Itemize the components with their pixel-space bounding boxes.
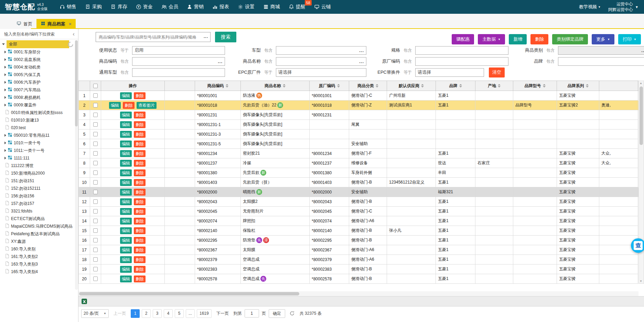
row-checkbox[interactable] <box>93 238 98 242</box>
table-vertical-scrollbar[interactable]: ▲ ▼ <box>638 81 644 284</box>
sidebar-item[interactable]: 0006:汽车养护 <box>0 79 78 86</box>
ellipsis-button[interactable]: ... <box>641 48 644 53</box>
table-row[interactable]: 11编辑删除*80002000晴雨挡新*80002000安全辅助福斯321五菱宝… <box>78 187 638 197</box>
sidebar-item[interactable]: 0002:底盘系统 <box>0 56 78 63</box>
nav-item-资金[interactable]: ¥资金 <box>136 4 153 10</box>
column-header-check[interactable] <box>90 81 101 91</box>
page-button-1619[interactable]: 1619 <box>197 309 212 318</box>
table-row[interactable]: 18编辑删除*80002379空调总成*80002379侧滑动门-A6五菱1五菱… <box>78 255 638 264</box>
table-row[interactable]: 12编辑删除*80002043太阳膜2*80002043侧滑动门-B五菱1五菱宝… <box>78 197 638 207</box>
next-page-button[interactable]: 下一页 <box>216 311 229 316</box>
sort-icon[interactable] <box>337 84 340 87</box>
quick-search-float-button[interactable]: 查 <box>631 238 644 253</box>
product-search-input[interactable] <box>96 32 211 42</box>
table-row[interactable]: 10编辑删除*80001403先款后货（技）*80001403侧滑动门-B123… <box>78 178 638 187</box>
column-header-品牌[interactable]: 品牌 <box>436 81 475 91</box>
sidebar-item[interactable]: 151:勿动151 <box>0 177 78 185</box>
nav-item-销售[interactable]: 销售 <box>60 4 76 10</box>
caret-right-icon[interactable] <box>4 73 6 76</box>
toolbar-button-打印[interactable]: 打印▼ <box>618 34 641 44</box>
edit-button[interactable]: 编辑 <box>120 141 132 147</box>
nav-item-商城[interactable]: 商城 <box>263 4 280 10</box>
toolbar-button-新增[interactable]: 新增 <box>509 34 527 44</box>
table-row[interactable]: 6编辑删除*80001231-5倒车摄像头[先货后款]安全辅助 <box>78 139 638 149</box>
sidebar-item[interactable]: 0009:覆盖件 <box>0 101 78 109</box>
delete-button[interactable]: 删除 <box>134 92 146 99</box>
table-row[interactable]: 7编辑删除*80001234密封胶21*80001234侧滑动门-F五菱1五菱宝… <box>78 149 638 158</box>
prev-page-button[interactable]: 上一页 <box>114 311 126 316</box>
filter-input-商品编码[interactable]: ... <box>132 57 225 66</box>
search-more-options-button[interactable]: ... <box>204 34 208 39</box>
filter-input-品牌[interactable] <box>558 57 644 66</box>
row-checkbox[interactable] <box>93 257 98 262</box>
sidebar-item[interactable]: MapaiCDMS:马牌CDMS测试商品 <box>0 222 78 230</box>
filter-input-EPC原厂件[interactable]: 请选择 <box>276 68 366 77</box>
sidebar-item[interactable]: 0001:车身部分 <box>0 48 78 56</box>
row-checkbox[interactable] <box>93 142 98 146</box>
sidebar-item[interactable]: 161:导入类别2 <box>0 253 78 260</box>
edit-button[interactable]: 编辑 <box>120 189 132 196</box>
sidebar-item[interactable]: 165:导入类别4 <box>0 268 78 276</box>
filter-input-原厂编码[interactable] <box>415 57 508 66</box>
page-button-3[interactable]: 3 <box>153 309 162 318</box>
column-header-商品编码[interactable]: 商品编码 <box>195 81 241 91</box>
tab-商品档案[interactable]: 商品档案× <box>36 19 76 29</box>
sidebar-item[interactable]: 163:导入类别3 <box>0 260 78 268</box>
sidebar-item[interactable]: 156:勿动156 <box>0 192 78 200</box>
filter-input-EPC替换件[interactable]: 请选择 <box>415 68 484 77</box>
row-checkbox[interactable] <box>93 219 98 223</box>
toolbar-button-删除[interactable]: 删除 <box>530 34 548 44</box>
table-row[interactable]: 1编辑删除*80001001防冻液热*80001001侧滑动门-C广州培新五菱1… <box>78 91 638 101</box>
column-header-品牌型号[interactable]: 品牌型号 <box>513 81 557 91</box>
delete-button[interactable]: 删除 <box>134 237 146 244</box>
sort-icon[interactable] <box>283 84 286 87</box>
filter-input-使用状态[interactable]: 启用 <box>132 46 225 55</box>
nav-item-提醒[interactable]: 提醒58 <box>289 4 305 10</box>
column-header-产地[interactable]: 产地 <box>475 81 513 91</box>
table-row[interactable]: 8编辑删除*80001237冷媒*80001237维修设备世达石家庄五菱宝骏大众… <box>78 158 638 168</box>
nav-item-营销[interactable]: 营销 <box>187 4 204 10</box>
sidebar-item[interactable]: 150:新增商品2000 <box>0 169 78 177</box>
row-checkbox[interactable] <box>93 248 98 252</box>
delete-button[interactable]: 删除 <box>134 150 146 157</box>
sort-icon[interactable] <box>543 84 546 87</box>
sort-icon[interactable] <box>226 84 228 87</box>
sidebar-item[interactable]: ECT:ECT测试商品 <box>0 215 78 222</box>
table-row[interactable]: 19编辑删除*80002383空调总成*80002383侧滑动门-B五菱1五菱宝… <box>78 264 638 274</box>
delete-button[interactable]: 删除 <box>134 141 146 147</box>
scrollbar-thumb[interactable] <box>640 86 643 145</box>
filter-input-商品名称[interactable]: ... <box>276 57 366 66</box>
sidebar-item[interactable]: 157:勿动157 <box>0 200 78 207</box>
caret-right-icon[interactable] <box>4 104 6 106</box>
table-row[interactable]: 2编辑删除查看图片*80001018先款后货（油）22新*80001018侧滑动… <box>78 101 638 110</box>
column-header-num[interactable] <box>79 81 90 91</box>
ellipsis-button[interactable]: ... <box>359 48 364 53</box>
delete-button[interactable]: 删除 <box>134 179 146 186</box>
delete-button[interactable]: 删除 <box>134 227 146 234</box>
view-image-button[interactable]: 查看图片 <box>137 102 157 109</box>
filter-input-车型[interactable]: ... <box>276 46 366 55</box>
toolbar-button-驷配惠[interactable]: 驷配惠 <box>452 34 474 44</box>
edit-button[interactable]: 编辑 <box>120 218 132 225</box>
page-button-2[interactable]: 2 <box>142 309 151 318</box>
goto-confirm-button[interactable]: 确定 <box>269 309 285 318</box>
row-checkbox[interactable] <box>93 277 98 281</box>
row-checkbox[interactable] <box>93 122 98 127</box>
sidebar-item[interactable]: 1111:111 <box>0 154 78 162</box>
edit-button[interactable]: 编辑 <box>120 169 132 176</box>
table-row[interactable]: 13编辑删除*80002045无骨雨刮片*80002045侧滑动门-C五菱1五菱… <box>78 207 638 216</box>
nav-item-云铺[interactable]: 云铺 <box>314 4 331 10</box>
table-row[interactable]: 15编辑删除*80002140保险杠*80002140侧滑动门-B张小凡五菱1五… <box>78 226 638 236</box>
page-button-...[interactable]: ... <box>186 309 195 318</box>
tree-root-all[interactable]: 全部 <box>0 40 78 48</box>
row-checkbox[interactable] <box>93 151 98 156</box>
sidebar-item[interactable]: 050010:零售用品11 <box>0 132 78 139</box>
edit-button[interactable]: 编辑 <box>120 131 132 138</box>
column-header-商品名称[interactable]: 商品名称 <box>241 81 310 91</box>
row-checkbox[interactable] <box>93 228 98 233</box>
export-excel-icon[interactable]: X <box>81 298 87 304</box>
delete-button[interactable]: 删除 <box>134 131 146 138</box>
delete-button[interactable]: 删除 <box>134 121 146 128</box>
table-horizontal-scrollbar[interactable] <box>78 291 638 296</box>
table-row[interactable]: 16编辑删除*80002295防滑垫先滞*80002295侧滑动门-B五菱1五菱… <box>78 236 638 245</box>
